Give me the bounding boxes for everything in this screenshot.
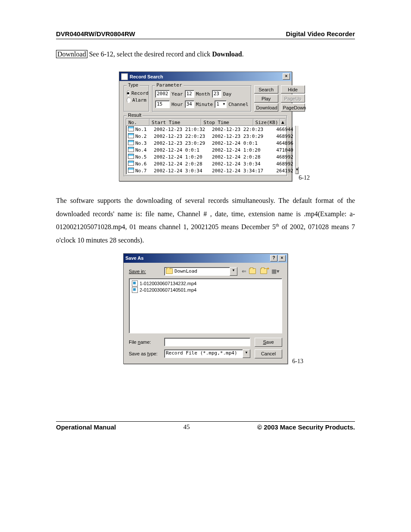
- chevron-down-icon[interactable]: ▼: [230, 267, 237, 276]
- filename-label: File name:: [129, 339, 160, 345]
- record-icon: [128, 126, 134, 131]
- table-row[interactable]: No.32002-12-23 23:0:292002-12-24 0:0:146…: [126, 140, 295, 146]
- radio-alarm[interactable]: Alarm: [127, 97, 146, 103]
- page-footer: Operational Manual 45 © 2003 Mace Securi…: [56, 421, 355, 431]
- download-keyword: Download: [56, 50, 87, 58]
- folder-icon: [166, 268, 173, 274]
- record-icon: [128, 168, 134, 173]
- download-button[interactable]: Download: [254, 103, 278, 112]
- file-icon: [132, 287, 138, 293]
- cancel-button[interactable]: Cancel: [255, 349, 282, 358]
- minute-input[interactable]: 34: [185, 100, 194, 108]
- channel-select[interactable]: 1▼: [215, 100, 227, 108]
- record-search-dialog: Record Search × Record Alarm: [119, 72, 292, 181]
- footer-left: Operational Manual: [56, 423, 116, 431]
- play-button[interactable]: Play: [254, 94, 278, 103]
- back-icon[interactable]: ⇐: [242, 268, 246, 274]
- result-table: No. Start Time Stop Time Size(KB) ▲ No.1…: [126, 118, 286, 174]
- savein-select[interactable]: DownLoad: [164, 267, 237, 276]
- hide-button[interactable]: Hide: [281, 85, 305, 93]
- chevron-down-icon[interactable]: ▼: [243, 349, 250, 358]
- dialog-title: Record Search: [130, 74, 163, 79]
- page-number: 45: [184, 423, 190, 431]
- table-row[interactable]: No.12002-12-23 21:0:322002-12-23 22:0:23…: [126, 126, 295, 133]
- record-icon: [128, 147, 134, 152]
- page-header: DVR0404RW/DVR0804RW Digital Video Record…: [56, 30, 355, 39]
- year-input[interactable]: 2002: [155, 90, 170, 98]
- hour-input[interactable]: 15: [155, 100, 170, 108]
- day-input[interactable]: 23: [212, 90, 221, 98]
- radio-record[interactable]: Record: [127, 90, 146, 96]
- month-input[interactable]: 12: [185, 90, 194, 98]
- header-model: DVR0404RW/DVR0804RW: [56, 30, 135, 37]
- view-menu-icon[interactable]: ▦▾: [271, 268, 280, 274]
- help-icon[interactable]: ?: [270, 255, 277, 261]
- col-no[interactable]: No.: [126, 119, 149, 126]
- table-row[interactable]: No.42002-12-24 0:0:12002-12-24 1:0:20471…: [126, 146, 295, 153]
- save-as-titlebar[interactable]: Save As ? ×: [124, 254, 287, 263]
- record-icon: [128, 133, 134, 138]
- table-row[interactable]: No.52002-12-24 1:0:202002-12-24 2:0:2846…: [126, 153, 295, 160]
- pageup-button[interactable]: PageUp: [281, 94, 305, 103]
- new-folder-icon[interactable]: ✦: [260, 268, 269, 274]
- table-row[interactable]: No.22002-12-23 22:0:232002-12-23 23:0:29…: [126, 133, 295, 140]
- table-row[interactable]: No.72002-12-24 3:0:342002-12-24 3:34:172…: [126, 167, 295, 174]
- file-list[interactable]: 1-0120030607134232.mp4 2-012003060714050…: [129, 278, 282, 333]
- scroll-up-button[interactable]: ▲: [280, 119, 286, 126]
- radio-dot-icon: [127, 90, 130, 96]
- col-size[interactable]: Size(KB): [253, 119, 280, 126]
- savein-label: Save in:: [129, 269, 160, 274]
- paragraph-2: The software supports the downloading of…: [56, 194, 355, 247]
- col-stop[interactable]: Stop Time: [201, 119, 253, 126]
- figure-label: 6-12: [299, 174, 310, 181]
- record-icon: [128, 154, 134, 159]
- result-group: No. Start Time Stop Time Size(KB) ▲ No.1…: [124, 115, 287, 177]
- col-start[interactable]: Start Time: [149, 119, 201, 126]
- save-button[interactable]: Save: [255, 338, 282, 347]
- scroll-down-button[interactable]: ▼: [296, 167, 299, 174]
- type-group: Record Alarm: [124, 85, 149, 112]
- pagedown-button[interactable]: PageDown: [281, 103, 305, 112]
- intro-paragraph: Download See 6-12, select the desired re…: [56, 48, 355, 61]
- close-icon[interactable]: ×: [283, 73, 290, 80]
- savetype-label: Save as type:: [129, 351, 160, 356]
- savetype-select[interactable]: Record File (*.mpg,*.mp4): [164, 349, 250, 358]
- dialog-title: Save As: [125, 255, 143, 261]
- list-item[interactable]: 1-0120030607134232.mp4: [132, 280, 279, 287]
- table-row[interactable]: No.62002-12-24 2:0:282002-12-24 3:0:3446…: [126, 160, 295, 167]
- radio-dot-icon: [127, 97, 131, 103]
- app-icon: [121, 73, 128, 80]
- up-folder-icon[interactable]: [249, 268, 258, 274]
- list-item[interactable]: 2-0120030607140501.mp4: [132, 287, 279, 293]
- save-as-dialog: Save As ? × Save in: DownLoad ▼: [123, 253, 288, 364]
- parameter-group: 2002 Year 12 Month 23 Day 15 Hour 34 Min…: [152, 85, 252, 112]
- figure-label: 6-13: [292, 358, 303, 365]
- result-header[interactable]: No. Start Time Stop Time Size(KB) ▲: [126, 119, 286, 126]
- filename-input[interactable]: [164, 338, 250, 346]
- record-icon: [128, 161, 134, 166]
- search-button[interactable]: Search: [254, 85, 278, 93]
- record-icon: [128, 140, 134, 145]
- header-title: Digital Video Recorder: [286, 30, 355, 37]
- record-search-titlebar[interactable]: Record Search ×: [119, 72, 292, 81]
- footer-right: © 2003 Mace Security Products.: [257, 423, 355, 431]
- file-icon: [132, 280, 138, 286]
- close-icon[interactable]: ×: [278, 255, 286, 261]
- scrollbar[interactable]: ▼: [295, 126, 299, 174]
